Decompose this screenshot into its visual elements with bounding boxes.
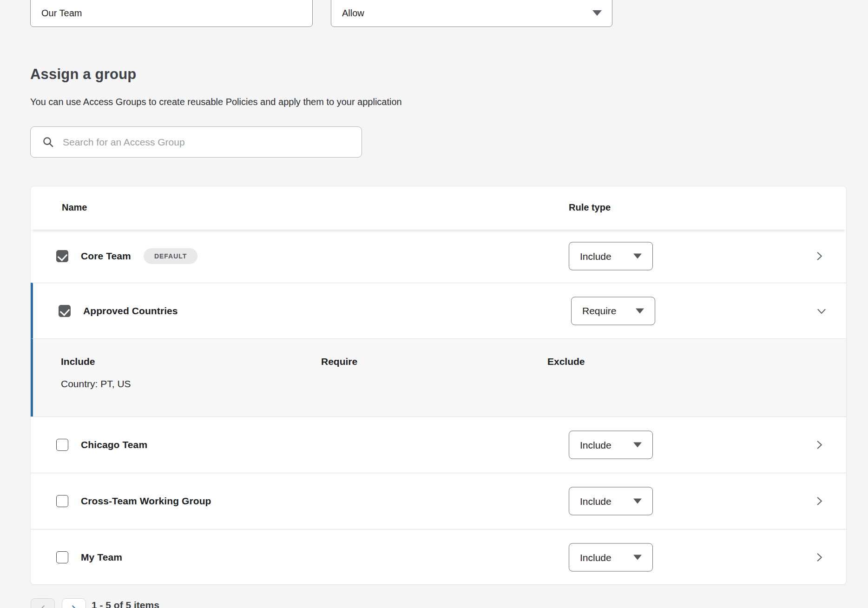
- policy-name-input[interactable]: [41, 8, 302, 19]
- chevron-left-icon: [38, 604, 48, 608]
- section-description: You can use Access Groups to create reus…: [30, 97, 402, 107]
- group-name: My Team: [81, 552, 122, 563]
- table-row-approved-countries: Approved Countries Require: [31, 283, 846, 338]
- checkbox-chicago-team[interactable]: [56, 439, 68, 451]
- rule-type-select[interactable]: Include: [569, 487, 653, 515]
- approved-countries-detail-panel: Include Country: PT, US Require Exclude: [31, 338, 846, 416]
- include-rule-value: Country: PT, US: [61, 378, 131, 390]
- chevron-right-icon[interactable]: [813, 439, 825, 451]
- access-groups-table: Name Rule type Core Team DEFAULT Include…: [30, 186, 847, 585]
- include-column-header: Include: [61, 356, 131, 367]
- require-column-header: Require: [321, 356, 357, 367]
- triangle-down-icon: [633, 443, 642, 448]
- group-name: Approved Countries: [83, 305, 178, 317]
- chevron-right-icon[interactable]: [813, 495, 825, 507]
- rule-type-select[interactable]: Include: [569, 242, 653, 271]
- access-policy-page: Allow Assign a group You can use Access …: [0, 0, 868, 608]
- rule-type-select[interactable]: Include: [569, 543, 653, 572]
- exclude-column: Exclude: [547, 339, 585, 367]
- triangle-down-icon: [636, 308, 644, 313]
- include-column: Include Country: PT, US: [61, 339, 131, 390]
- chevron-right-icon[interactable]: [813, 250, 825, 262]
- default-badge: DEFAULT: [144, 248, 198, 264]
- triangle-down-icon: [633, 499, 642, 504]
- rule-type-value: Require: [582, 305, 617, 317]
- triangle-down-icon: [633, 254, 642, 259]
- checkbox-core-team[interactable]: [56, 250, 68, 262]
- rule-type-select[interactable]: Include: [569, 431, 653, 459]
- policy-name-field[interactable]: [30, 0, 313, 27]
- group-name: Cross-Team Working Group: [81, 496, 211, 507]
- table-row-chicago-team: Chicago Team Include: [31, 416, 846, 473]
- chevron-down-icon[interactable]: [815, 305, 828, 317]
- chevron-right-icon[interactable]: [813, 551, 825, 563]
- rule-type-select[interactable]: Require: [571, 297, 655, 325]
- column-header-rule-type: Rule type: [569, 202, 611, 213]
- table-row-cross-team-working-group: Cross-Team Working Group Include: [31, 473, 846, 529]
- checkbox-cross-team-working-group[interactable]: [56, 495, 68, 507]
- search-input[interactable]: [63, 137, 352, 148]
- access-group-search[interactable]: [30, 126, 362, 158]
- policy-action-select[interactable]: Allow: [331, 0, 612, 27]
- checkbox-approved-countries[interactable]: [59, 305, 71, 317]
- table-row-my-team: My Team Include: [31, 529, 846, 585]
- rule-type-value: Include: [580, 439, 612, 450]
- pagination-summary: 1 - 5 of 5 items: [92, 600, 159, 608]
- next-page-button[interactable]: [62, 598, 86, 608]
- previous-page-button[interactable]: [31, 598, 55, 608]
- rule-type-value: Include: [580, 496, 612, 507]
- triangle-down-icon: [592, 10, 602, 16]
- group-name: Chicago Team: [81, 439, 147, 450]
- checkbox-my-team[interactable]: [56, 551, 68, 563]
- require-column: Require: [321, 339, 357, 367]
- rule-type-value: Include: [580, 552, 612, 563]
- group-name: Core Team: [81, 251, 131, 262]
- column-header-name: Name: [62, 202, 87, 213]
- policy-action-value: Allow: [342, 8, 364, 19]
- triangle-down-icon: [633, 555, 642, 560]
- table-row-core-team: Core Team DEFAULT Include: [31, 230, 846, 283]
- chevron-right-icon: [69, 604, 79, 608]
- exclude-column-header: Exclude: [547, 356, 585, 367]
- search-icon: [42, 136, 54, 148]
- table-header: Name Rule type: [31, 186, 846, 230]
- page-title: Assign a group: [30, 66, 136, 83]
- rule-type-value: Include: [580, 251, 612, 262]
